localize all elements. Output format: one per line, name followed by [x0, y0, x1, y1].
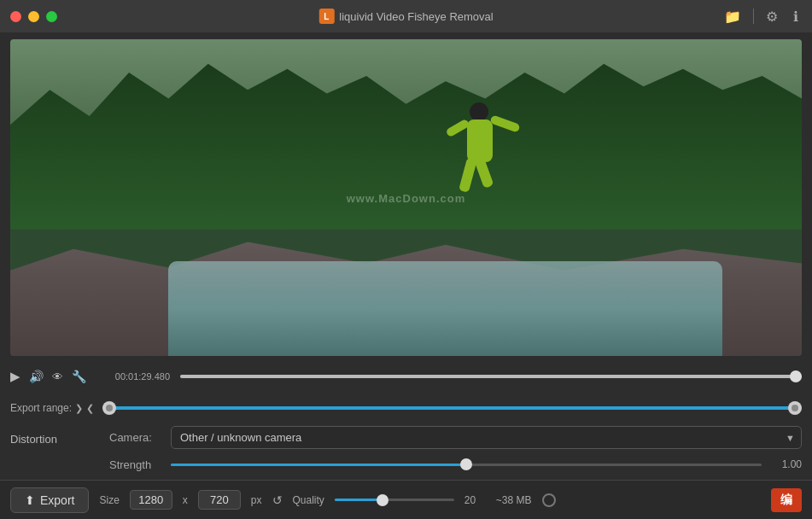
- main-content: www.MacDown.com ▶ 🔊 👁 🔧 00:01:29.480 Exp…: [0, 32, 812, 519]
- settings-tool-button[interactable]: 🔧: [72, 370, 86, 383]
- strength-label: Strength: [109, 458, 161, 471]
- export-button[interactable]: ⬆ Export: [10, 487, 89, 513]
- export-range-row: Export range: ❯ ❮: [10, 395, 802, 421]
- reset-size-button[interactable]: ↺: [272, 493, 283, 507]
- strength-value: 1.00: [772, 458, 802, 470]
- width-input[interactable]: [130, 490, 172, 510]
- mb-toggle: [542, 493, 556, 507]
- camera-select-wrapper: Other / unknown camera GoPro Hero 4 GoPr…: [171, 426, 802, 449]
- maximize-button[interactable]: [46, 11, 57, 22]
- close-button[interactable]: [10, 11, 21, 22]
- camera-row: Camera: Other / unknown camera GoPro Her…: [109, 426, 802, 449]
- seek-bar-fill: [180, 375, 802, 378]
- range-handle-left-inner: [106, 405, 113, 411]
- camera-select[interactable]: Other / unknown camera GoPro Hero 4 GoPr…: [171, 426, 802, 449]
- height-input[interactable]: [198, 490, 241, 510]
- quality-slider-container[interactable]: [335, 492, 454, 509]
- range-handle-left[interactable]: [102, 401, 116, 415]
- scene-person: [446, 102, 514, 205]
- seek-bar-container[interactable]: [180, 375, 802, 378]
- px-label: px: [251, 494, 262, 506]
- export-icon: ⬆: [25, 493, 35, 507]
- export-label: Export: [40, 493, 74, 507]
- size-label: Size: [99, 494, 119, 506]
- bottom-bar: ⬆ Export Size x px ↺ Quality 20 ~38 MB 编: [0, 480, 812, 519]
- quality-label: Quality: [293, 494, 324, 506]
- settings-button[interactable]: ⚙: [762, 7, 781, 26]
- seek-bar-track: [180, 375, 802, 378]
- range-handle-right-inner: [792, 405, 798, 411]
- range-bar-container[interactable]: [102, 406, 802, 410]
- strength-row: Strength 1.00: [109, 456, 802, 473]
- quality-number: 20: [464, 494, 486, 506]
- video-scene: www.MacDown.com: [10, 39, 802, 356]
- titlebar: L liquivid Video Fisheye Removal 📁 ⚙ ℹ: [0, 0, 812, 32]
- export-range-text: Export range:: [10, 402, 72, 414]
- mb-toggle-circle[interactable]: [542, 493, 556, 507]
- video-area[interactable]: www.MacDown.com: [10, 39, 802, 356]
- settings-right: Camera: Other / unknown camera GoPro Her…: [109, 426, 802, 473]
- distortion-label: Distortion: [10, 433, 57, 446]
- strength-slider-handle[interactable]: [460, 458, 472, 470]
- range-bar-fill: [102, 406, 802, 410]
- app-title: liquivid Video Fisheye Removal: [339, 10, 493, 23]
- time-display: 00:01:29.480: [106, 371, 170, 382]
- volume-button[interactable]: 🔊: [29, 370, 44, 383]
- strength-slider-container[interactable]: [171, 456, 762, 473]
- file-size-display: ~38 MB: [496, 494, 532, 506]
- folder-button[interactable]: 📁: [721, 7, 745, 26]
- watermark-logo: 编: [771, 488, 802, 512]
- scene-water: [168, 261, 722, 356]
- minimize-button[interactable]: [28, 11, 39, 22]
- strength-slider-fill: [171, 464, 466, 466]
- strength-slider-track: [171, 464, 762, 466]
- controls-bar: ▶ 🔊 👁 🔧 00:01:29.480: [10, 363, 802, 390]
- info-button[interactable]: ℹ: [790, 7, 802, 26]
- preview-button[interactable]: 👁: [52, 370, 63, 383]
- quality-slider-fill: [335, 499, 383, 501]
- quality-slider-track: [335, 499, 454, 501]
- size-x-separator: x: [183, 494, 188, 506]
- range-chevron-right[interactable]: ❯: [75, 403, 83, 414]
- titlebar-divider: [753, 9, 754, 24]
- brand-logo: 编: [771, 488, 802, 512]
- settings-area: Distortion Camera: Other / unknown camer…: [10, 426, 802, 473]
- traffic-lights: [10, 11, 57, 22]
- settings-left: Distortion: [10, 426, 96, 473]
- camera-label: Camera:: [109, 431, 161, 444]
- seek-handle[interactable]: [790, 370, 802, 382]
- titlebar-actions: 📁 ⚙ ℹ: [721, 7, 802, 26]
- person-head: [470, 102, 488, 121]
- range-chevron-left[interactable]: ❮: [86, 403, 94, 414]
- export-range-label: Export range: ❯ ❮: [10, 402, 96, 414]
- quality-slider-handle[interactable]: [377, 494, 388, 506]
- titlebar-title: L liquivid Video Fisheye Removal: [318, 9, 493, 24]
- app-logo: L: [318, 9, 334, 24]
- range-bar-track: [102, 406, 802, 410]
- playback-controls: ▶ 🔊 👁 🔧: [10, 369, 96, 384]
- range-handle-right[interactable]: [788, 401, 802, 415]
- play-button[interactable]: ▶: [10, 369, 20, 384]
